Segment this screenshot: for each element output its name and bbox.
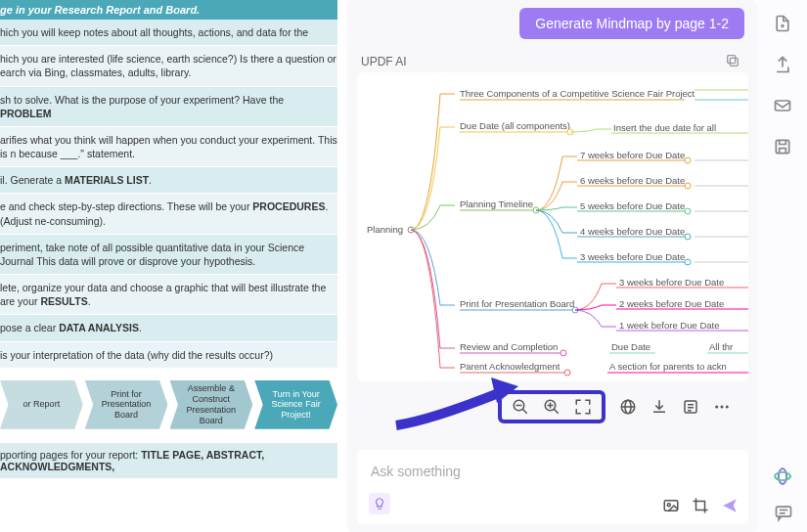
- comment-icon[interactable]: [774, 503, 793, 522]
- crop-icon[interactable]: [692, 497, 709, 514]
- svg-point-72: [715, 406, 718, 409]
- ai-panel: Generate Mindmap by page 1-2 UPDF AI Pla…: [347, 0, 758, 532]
- chat-input-box[interactable]: Ask something: [357, 450, 748, 524]
- zoom-in-icon[interactable]: [543, 398, 560, 416]
- svg-text:2 weeks before Due Date: 2 weeks before Due Date: [619, 298, 724, 309]
- svg-point-76: [667, 504, 670, 507]
- save-icon[interactable]: [773, 137, 792, 156]
- doc-row: arifies what you think will happen when …: [0, 127, 337, 167]
- svg-text:7 weeks before Due Date: 7 weeks before Due Date: [580, 150, 685, 160]
- chat-actions: [662, 497, 739, 514]
- fit-screen-icon[interactable]: [574, 398, 592, 416]
- svg-point-22: [685, 183, 691, 189]
- svg-text:All thr: All thr: [709, 341, 733, 352]
- svg-rect-0: [730, 58, 738, 66]
- doc-row: il. Generate a MATERIALS LIST.: [0, 167, 337, 194]
- doc-row: hich you are interested (life science, e…: [0, 46, 337, 86]
- svg-point-26: [685, 208, 691, 214]
- svg-rect-81: [777, 507, 791, 516]
- svg-text:6 weeks before Due Date: 6 weeks before Due Date: [580, 175, 685, 186]
- svg-point-34: [685, 259, 691, 265]
- svg-text:Review and Completion: Review and Completion: [460, 341, 558, 352]
- flow-step: or Report: [0, 380, 83, 429]
- svg-text:Due Date (all components): Due Date (all components): [460, 120, 570, 131]
- mindmap-canvas[interactable]: Planning Three Components of a Competiti…: [357, 72, 748, 381]
- doc-footer: pporting pages for your report: TITLE PA…: [0, 443, 337, 478]
- svg-text:Planning: Planning: [367, 224, 403, 235]
- list-icon[interactable]: [682, 398, 699, 416]
- zoom-out-icon[interactable]: [512, 398, 529, 416]
- mail-icon[interactable]: [773, 96, 792, 115]
- svg-text:Three Components of a Competit: Three Components of a Competitive Scienc…: [460, 88, 695, 99]
- doc-row: is your interpretation of the data (why …: [0, 342, 337, 369]
- svg-point-18: [685, 157, 691, 163]
- download-icon[interactable]: [650, 398, 668, 416]
- svg-text:3 weeks before Due Date: 3 weeks before Due Date: [619, 277, 724, 288]
- svg-text:Parent Acknowledgment: Parent Acknowledgment: [460, 361, 560, 372]
- svg-point-30: [685, 234, 691, 240]
- zoom-group: [498, 390, 605, 423]
- share-icon[interactable]: [773, 55, 792, 74]
- flow-step: Assemble & Construct Presentation Board: [170, 380, 253, 429]
- doc-row: periment, take note of all possible quan…: [0, 235, 337, 275]
- svg-line-62: [554, 409, 559, 414]
- svg-text:3 weeks before Due Date: 3 weeks before Due Date: [580, 251, 685, 262]
- flow-step: Print for Presentation Board: [85, 380, 168, 429]
- doc-row: lete, organize your data and choose a gr…: [0, 275, 337, 315]
- svg-line-59: [522, 409, 527, 414]
- svg-rect-80: [776, 140, 788, 153]
- flow-steps: or Report Print for Presentation Board A…: [0, 380, 337, 429]
- svg-rect-1: [728, 56, 736, 64]
- idea-icon[interactable]: [369, 493, 390, 514]
- svg-text:Print for Presentation Board: Print for Presentation Board: [460, 298, 574, 309]
- doc-row: pose a clear DATA ANALYSIS.: [0, 315, 337, 341]
- svg-point-74: [726, 406, 729, 409]
- chat-placeholder: Ask something: [371, 464, 461, 479]
- svg-point-54: [564, 370, 570, 376]
- svg-text:4 weeks before Due Date: 4 weeks before Due Date: [580, 226, 685, 237]
- svg-point-47: [560, 350, 566, 356]
- app-logo: [772, 466, 793, 487]
- svg-text:1 week before Due Date: 1 week before Due Date: [619, 320, 719, 331]
- svg-text:Insert the due date for all: Insert the due date for all: [613, 122, 716, 133]
- doc-row: sh to solve. What is the purpose of your…: [0, 87, 337, 127]
- doc-row: e and check step-by-step directions. The…: [0, 194, 337, 234]
- svg-text:Planning Timeline: Planning Timeline: [460, 199, 533, 209]
- mindmap-toolbar: [357, 387, 748, 426]
- globe-icon[interactable]: [619, 398, 637, 416]
- svg-text:A section for parents to ackn: A section for parents to ackn: [609, 361, 727, 372]
- document-pane: ge in your Research Report and Board. hi…: [0, 0, 337, 532]
- doc-row: hich you will keep notes about all thoug…: [0, 20, 337, 46]
- doc-section-header: ge in your Research Report and Board.: [0, 0, 337, 20]
- svg-point-73: [721, 406, 724, 409]
- more-icon[interactable]: [713, 398, 731, 416]
- side-rail: [758, 0, 807, 532]
- flow-step: Turn in Your Science Fair Project!: [254, 380, 337, 429]
- copy-icon[interactable]: [725, 53, 740, 68]
- svg-rect-79: [776, 101, 790, 111]
- image-icon[interactable]: [662, 497, 680, 514]
- panel-title: UPDF AI: [361, 55, 407, 68]
- generate-mindmap-button[interactable]: Generate Mindmap by page 1-2: [519, 8, 744, 39]
- file-plus-icon[interactable]: [773, 14, 792, 33]
- send-icon[interactable]: [721, 497, 739, 514]
- svg-text:5 weeks before Due Date: 5 weeks before Due Date: [580, 200, 685, 211]
- svg-text:Due Date: Due Date: [611, 341, 650, 352]
